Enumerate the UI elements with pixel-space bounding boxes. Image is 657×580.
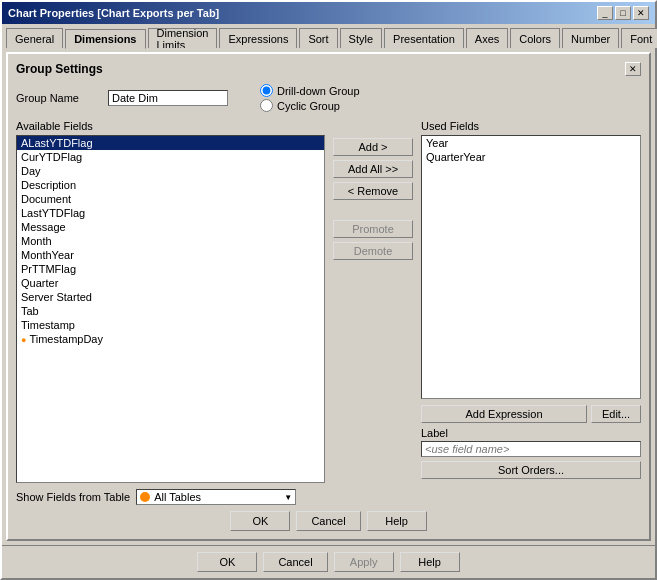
- right-side: Used Fields YearQuarterYear Add Expressi…: [421, 120, 641, 483]
- used-fields-buttons: Add Expression Edit...: [421, 405, 641, 423]
- used-fields-list[interactable]: YearQuarterYear: [421, 135, 641, 399]
- tab-expressions[interactable]: Expressions: [219, 28, 297, 48]
- radio-cyclic[interactable]: Cyclic Group: [260, 99, 360, 112]
- available-fields-item[interactable]: CurYTDFlag: [17, 150, 324, 164]
- radio-group: Drill-down Group Cyclic Group: [260, 84, 360, 112]
- fields-area: Available Fields ALastYTDFlagCurYTDFlagD…: [16, 120, 641, 483]
- inner-dialog-buttons: OK Cancel Help: [16, 511, 641, 531]
- outer-buttons: OK Cancel Apply Help: [2, 545, 655, 578]
- inner-help-button[interactable]: Help: [367, 511, 427, 531]
- available-fields-item[interactable]: MonthYear: [17, 248, 324, 262]
- add-expression-button[interactable]: Add Expression: [421, 405, 587, 423]
- label-section: Label: [421, 427, 641, 457]
- available-fields-list[interactable]: ALastYTDFlagCurYTDFlagDayDescriptionDocu…: [16, 135, 325, 483]
- group-name-row: Group Name Drill-down Group Cyclic Group: [16, 84, 641, 112]
- group-name-label: Group Name: [16, 92, 96, 104]
- add-button[interactable]: Add >: [333, 138, 413, 156]
- outer-cancel-button[interactable]: Cancel: [263, 552, 327, 572]
- promote-button[interactable]: Promote: [333, 220, 413, 238]
- inner-cancel-button[interactable]: Cancel: [296, 511, 360, 531]
- used-fields-label: Used Fields: [421, 120, 641, 132]
- inner-ok-button[interactable]: OK: [230, 511, 290, 531]
- available-fields-item[interactable]: Document: [17, 192, 324, 206]
- outer-apply-button[interactable]: Apply: [334, 552, 394, 572]
- outer-ok-button[interactable]: OK: [197, 552, 257, 572]
- tab-dimension-limits[interactable]: Dimension Limits: [148, 28, 218, 48]
- group-settings-close[interactable]: ✕: [625, 62, 641, 76]
- available-fields-item[interactable]: Description: [17, 178, 324, 192]
- available-fields-item[interactable]: Month: [17, 234, 324, 248]
- available-fields-item[interactable]: LastYTDFlag: [17, 206, 324, 220]
- available-fields-item[interactable]: Server Started: [17, 290, 324, 304]
- maximize-button[interactable]: □: [615, 6, 631, 20]
- show-fields-row: Show Fields from Table All Tables ▼: [16, 489, 641, 505]
- bottom-section: Show Fields from Table All Tables ▼ OK C…: [16, 489, 641, 531]
- show-fields-label: Show Fields from Table: [16, 491, 130, 503]
- window-title: Chart Properties [Chart Exports per Tab]: [8, 7, 219, 19]
- used-fields-item[interactable]: Year: [422, 136, 640, 150]
- radio-cyclic-input[interactable]: [260, 99, 273, 112]
- tab-general[interactable]: General: [6, 28, 63, 48]
- dropdown-arrow-icon: ▼: [284, 493, 292, 502]
- tab-sort[interactable]: Sort: [299, 28, 337, 48]
- main-window: Chart Properties [Chart Exports per Tab]…: [0, 0, 657, 580]
- close-button[interactable]: ✕: [633, 6, 649, 20]
- left-side: Available Fields ALastYTDFlagCurYTDFlagD…: [16, 120, 325, 483]
- available-fields-item[interactable]: ALastYTDFlag: [17, 136, 324, 150]
- label-input[interactable]: [421, 441, 641, 457]
- remove-button[interactable]: < Remove: [333, 182, 413, 200]
- used-fields-item[interactable]: QuarterYear: [422, 150, 640, 164]
- group-settings-title: Group Settings ✕: [16, 62, 641, 76]
- available-fields-item[interactable]: Day: [17, 164, 324, 178]
- available-fields-item[interactable]: Tab: [17, 304, 324, 318]
- tab-number[interactable]: Number: [562, 28, 619, 48]
- available-fields-item[interactable]: Timestamp: [17, 318, 324, 332]
- group-settings-label: Group Settings: [16, 62, 103, 76]
- title-bar-controls: _ □ ✕: [597, 6, 649, 20]
- edit-button[interactable]: Edit...: [591, 405, 641, 423]
- demote-button[interactable]: Demote: [333, 242, 413, 260]
- available-fields-item[interactable]: PrTTMFlag: [17, 262, 324, 276]
- dropdown-value: All Tables: [154, 491, 201, 503]
- available-fields-label: Available Fields: [16, 120, 325, 132]
- label-section-label: Label: [421, 427, 641, 439]
- title-bar: Chart Properties [Chart Exports per Tab]…: [2, 2, 655, 24]
- tab-colors[interactable]: Colors: [510, 28, 560, 48]
- available-fields-item[interactable]: Message: [17, 220, 324, 234]
- orange-circle-icon: [140, 492, 150, 502]
- tab-font[interactable]: Font: [621, 28, 657, 48]
- tab-axes[interactable]: Axes: [466, 28, 508, 48]
- available-fields-item[interactable]: TimestampDay: [17, 332, 324, 346]
- group-name-input[interactable]: [108, 90, 228, 106]
- minimize-button[interactable]: _: [597, 6, 613, 20]
- content-area: Group Settings ✕ Group Name Drill-down G…: [2, 48, 655, 545]
- sort-orders-button[interactable]: Sort Orders...: [421, 461, 641, 479]
- show-fields-dropdown[interactable]: All Tables ▼: [136, 489, 296, 505]
- middle-buttons: Add > Add All >> < Remove Promote Demote: [333, 120, 413, 483]
- radio-drill-down[interactable]: Drill-down Group: [260, 84, 360, 97]
- radio-drill-down-input[interactable]: [260, 84, 273, 97]
- tab-presentation[interactable]: Presentation: [384, 28, 464, 48]
- tab-style[interactable]: Style: [340, 28, 382, 48]
- available-fields-item[interactable]: Quarter: [17, 276, 324, 290]
- tab-dimensions[interactable]: Dimensions: [65, 29, 145, 49]
- group-settings-panel: Group Settings ✕ Group Name Drill-down G…: [6, 52, 651, 541]
- tabs-row: General Dimensions Dimension Limits Expr…: [2, 24, 655, 48]
- outer-help-button[interactable]: Help: [400, 552, 460, 572]
- add-all-button[interactable]: Add All >>: [333, 160, 413, 178]
